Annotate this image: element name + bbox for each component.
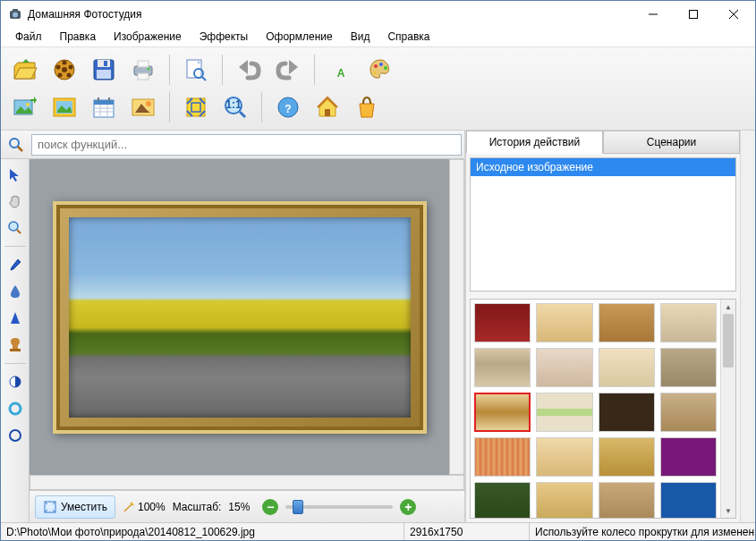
history-item[interactable]: Исходное изображение bbox=[471, 158, 735, 176]
frames-scrollbar[interactable]: ▲ ▼ bbox=[720, 300, 735, 518]
svg-rect-2 bbox=[13, 9, 18, 12]
zoom-tool[interactable] bbox=[4, 216, 27, 240]
frame-thumb[interactable] bbox=[599, 482, 655, 518]
svg-point-54 bbox=[9, 222, 18, 231]
frame-thumb[interactable] bbox=[536, 482, 592, 518]
maximize-button[interactable] bbox=[673, 2, 713, 27]
frame-thumb[interactable] bbox=[599, 437, 655, 477]
eyedropper-tool[interactable] bbox=[4, 253, 27, 276]
canvas-scrollbar-v[interactable] bbox=[449, 159, 464, 475]
hand-tool[interactable] bbox=[4, 190, 27, 213]
svg-rect-56 bbox=[10, 349, 21, 351]
svg-text:?: ? bbox=[285, 103, 291, 115]
image-button[interactable] bbox=[46, 90, 83, 124]
frame-thumb[interactable] bbox=[536, 437, 592, 477]
contrast-tool[interactable] bbox=[4, 370, 27, 393]
tab-history[interactable]: История действий bbox=[466, 131, 603, 154]
tab-scenarios[interactable]: Сценарии bbox=[603, 131, 740, 153]
frame-thumb[interactable] bbox=[599, 348, 655, 387]
zoom-out-button[interactable]: − bbox=[262, 499, 278, 515]
text-button[interactable]: A bbox=[322, 53, 360, 87]
zoom-slider[interactable] bbox=[285, 505, 393, 509]
menu-view[interactable]: Вид bbox=[342, 28, 379, 46]
arrow-tool[interactable] bbox=[4, 163, 27, 186]
frame-thumb[interactable] bbox=[536, 348, 592, 387]
svg-point-1 bbox=[13, 13, 18, 18]
crop-button[interactable] bbox=[177, 90, 215, 124]
stamp-tool[interactable] bbox=[4, 334, 27, 357]
menu-image[interactable]: Изображение bbox=[105, 28, 191, 46]
frame-thumb[interactable] bbox=[599, 393, 655, 432]
fit-label: Уместить bbox=[61, 501, 107, 513]
calendar-button[interactable] bbox=[85, 90, 123, 124]
help-button[interactable]: ? bbox=[269, 90, 307, 124]
frame-thumb[interactable] bbox=[474, 348, 531, 387]
scroll-up-icon[interactable]: ▲ bbox=[721, 300, 735, 314]
menu-file[interactable]: Файл bbox=[6, 28, 51, 46]
content-area: Уместить 100% Масштаб: 15% − + bbox=[1, 131, 755, 522]
app-icon bbox=[8, 7, 22, 21]
scroll-down-icon[interactable]: ▼ bbox=[721, 503, 735, 518]
menubar: Файл Правка Изображение Эффекты Оформлен… bbox=[1, 28, 755, 47]
undo-button[interactable] bbox=[230, 53, 268, 87]
right-pane-scrollbar[interactable] bbox=[740, 131, 755, 522]
menu-design[interactable]: Оформление bbox=[257, 28, 341, 46]
shop-button[interactable] bbox=[348, 90, 386, 124]
frame-thumb[interactable] bbox=[660, 348, 717, 387]
frame-thumb[interactable] bbox=[599, 303, 655, 342]
circle-tool[interactable] bbox=[4, 424, 27, 447]
film-button[interactable] bbox=[46, 53, 83, 87]
svg-text:1:1: 1:1 bbox=[225, 98, 242, 111]
menu-edit[interactable]: Правка bbox=[51, 28, 106, 46]
menu-effects[interactable]: Эффекты bbox=[191, 28, 258, 46]
status-dims: 2916x1750 bbox=[404, 523, 530, 540]
frame-thumb[interactable] bbox=[474, 482, 531, 518]
save-button[interactable] bbox=[85, 53, 123, 87]
canvas-scrollbar-h[interactable] bbox=[30, 475, 464, 490]
svg-text:A: A bbox=[337, 67, 345, 80]
postcard-button[interactable] bbox=[124, 90, 162, 124]
zoom-slider-thumb[interactable] bbox=[293, 500, 303, 514]
frame-thumb-selected[interactable] bbox=[474, 393, 531, 432]
frame-thumb[interactable] bbox=[536, 303, 592, 342]
menu-help[interactable]: Справка bbox=[378, 28, 438, 46]
svg-point-27 bbox=[379, 63, 383, 66]
close-button[interactable] bbox=[713, 2, 753, 27]
canvas[interactable] bbox=[30, 159, 449, 475]
minimize-button[interactable] bbox=[633, 2, 673, 27]
zoom-1to1-button[interactable]: 1:1 bbox=[217, 90, 254, 124]
svg-point-59 bbox=[10, 430, 21, 441]
frame-thumb[interactable] bbox=[474, 303, 531, 342]
scroll-thumb[interactable] bbox=[723, 314, 734, 368]
frames-grid bbox=[471, 300, 720, 518]
print-button[interactable] bbox=[124, 53, 162, 87]
frame-thumb[interactable] bbox=[474, 437, 531, 477]
sharpen-tool[interactable] bbox=[4, 307, 27, 330]
redo-button[interactable] bbox=[269, 53, 307, 87]
scale-label: Масштаб: bbox=[173, 501, 222, 513]
open-button[interactable] bbox=[6, 53, 44, 87]
svg-point-29 bbox=[373, 71, 377, 74]
svg-point-43 bbox=[146, 101, 151, 106]
ring-tool[interactable] bbox=[4, 397, 27, 420]
frame-thumb[interactable] bbox=[536, 393, 592, 432]
frame-thumb[interactable] bbox=[660, 482, 717, 518]
home-button[interactable] bbox=[309, 90, 346, 124]
blur-tool[interactable] bbox=[4, 280, 27, 303]
frame-thumb[interactable] bbox=[660, 393, 717, 432]
palette-button[interactable] bbox=[361, 53, 399, 87]
page-zoom-button[interactable] bbox=[177, 53, 215, 87]
svg-point-58 bbox=[10, 403, 21, 414]
svg-line-24 bbox=[202, 77, 206, 80]
search-icon[interactable] bbox=[4, 133, 29, 156]
history-list[interactable]: Исходное изображение bbox=[470, 157, 736, 292]
svg-point-52 bbox=[10, 139, 19, 148]
a100-button[interactable]: 100% bbox=[123, 501, 166, 513]
frame-thumb[interactable] bbox=[660, 303, 717, 342]
search-input[interactable] bbox=[31, 134, 462, 156]
frame-thumb[interactable] bbox=[660, 437, 717, 477]
zoom-in-button[interactable]: + bbox=[400, 499, 416, 515]
new-image-button[interactable] bbox=[6, 90, 44, 124]
svg-rect-35 bbox=[94, 100, 114, 105]
fit-button[interactable]: Уместить bbox=[35, 495, 115, 519]
